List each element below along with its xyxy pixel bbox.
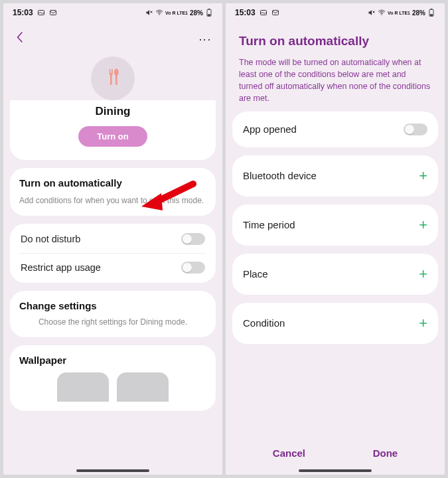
wallpaper-card[interactable]: Wallpaper <box>10 345 216 411</box>
svg-rect-19 <box>430 14 433 15</box>
status-net: Vo R LTE1 <box>388 11 410 15</box>
row-time-period[interactable]: Time period + <box>232 204 438 246</box>
add-icon[interactable]: + <box>419 315 427 332</box>
gmail-icon <box>49 9 57 17</box>
settings-sub: Choose the right settings for Dining mod… <box>19 317 206 328</box>
add-icon[interactable]: + <box>419 216 427 234</box>
more-icon[interactable]: ⋮ <box>198 34 212 44</box>
auto-subtitle: Add conditions for when you want to star… <box>19 195 206 206</box>
svg-rect-13 <box>272 11 278 15</box>
battery-icon <box>427 9 435 17</box>
svg-rect-18 <box>431 9 432 9</box>
svg-point-4 <box>159 14 160 15</box>
wifi-icon <box>155 9 163 17</box>
svg-rect-6 <box>208 9 210 9</box>
svg-point-16 <box>381 14 382 15</box>
status-time: 15:03 <box>13 8 33 17</box>
restrict-row[interactable]: Restrict app usage <box>19 253 206 281</box>
add-icon[interactable]: + <box>419 167 427 185</box>
gmail-icon <box>271 9 279 17</box>
row-condition[interactable]: Condition + <box>232 303 438 344</box>
svg-rect-9 <box>115 75 117 85</box>
restrict-label: Restrict app usage <box>21 262 101 273</box>
row-label: Place <box>243 268 268 279</box>
row-label: Time period <box>243 219 295 230</box>
row-label: Condition <box>243 317 285 329</box>
header: Turn on automatically The mode will be t… <box>226 22 445 112</box>
settings-title: Change settings <box>19 300 206 311</box>
mode-title: Dining <box>19 105 206 118</box>
mode-icon-circle <box>91 56 135 100</box>
gallery-icon <box>260 9 267 17</box>
mode-header-card: Dining Turn on <box>10 100 216 160</box>
gallery-icon <box>37 9 45 17</box>
status-net: Vo R LTE1 <box>165 11 188 15</box>
dnd-row[interactable]: Do not disturb <box>19 225 206 253</box>
auto-title: Turn on automatically <box>19 177 206 189</box>
row-label: App opened <box>243 123 297 135</box>
mute-icon <box>368 9 376 17</box>
row-label: Bluetooth device <box>243 170 317 181</box>
app-opened-toggle[interactable] <box>404 123 427 135</box>
page-description: The mode will be turned on automatically… <box>239 56 431 105</box>
battery-icon <box>205 9 213 17</box>
top-bar: ⋮ <box>3 22 222 51</box>
dnd-toggle[interactable] <box>181 233 205 245</box>
add-icon[interactable]: + <box>419 266 427 283</box>
dining-icon <box>102 66 123 90</box>
turn-on-button[interactable]: Turn on <box>78 126 147 147</box>
dnd-label: Do not disturb <box>21 234 80 244</box>
back-icon[interactable] <box>15 31 25 48</box>
wallpaper-title: Wallpaper <box>19 355 206 366</box>
page-title: Turn on automatically <box>239 34 431 48</box>
change-settings-card[interactable]: Change settings Choose the right setting… <box>10 291 216 337</box>
svg-point-8 <box>114 68 119 76</box>
restrict-toggle[interactable] <box>181 262 205 274</box>
done-button[interactable]: Done <box>373 447 398 459</box>
svg-rect-1 <box>50 11 56 15</box>
status-battery: 28% <box>190 9 203 17</box>
wallpaper-thumb[interactable] <box>57 372 109 402</box>
turn-on-automatically-card[interactable]: Turn on automatically Add conditions for… <box>10 168 216 216</box>
wifi-icon <box>378 9 386 17</box>
row-place[interactable]: Place + <box>232 254 438 295</box>
cancel-button[interactable]: Cancel <box>273 447 305 459</box>
status-time: 15:03 <box>235 8 256 17</box>
wallpaper-thumb[interactable] <box>117 372 169 402</box>
mute-icon <box>145 9 153 17</box>
nav-indicator <box>299 469 372 472</box>
row-bluetooth[interactable]: Bluetooth device + <box>232 155 438 197</box>
svg-rect-7 <box>208 14 210 15</box>
screen-dining-mode: 15:03 Vo R LTE1 28% ⋮ <box>3 3 222 475</box>
row-app-opened[interactable]: App opened <box>232 112 438 147</box>
status-bar: 15:03 Vo R LTE1 28% <box>3 3 222 22</box>
screen-auto-conditions: 15:03 Vo R LTE1 28% Turn on automaticall… <box>226 3 445 475</box>
nav-indicator <box>76 469 149 472</box>
status-battery: 28% <box>412 9 425 17</box>
toggles-card: Do not disturb Restrict app usage <box>10 224 216 283</box>
status-bar: 15:03 Vo R LTE1 28% <box>226 3 445 22</box>
